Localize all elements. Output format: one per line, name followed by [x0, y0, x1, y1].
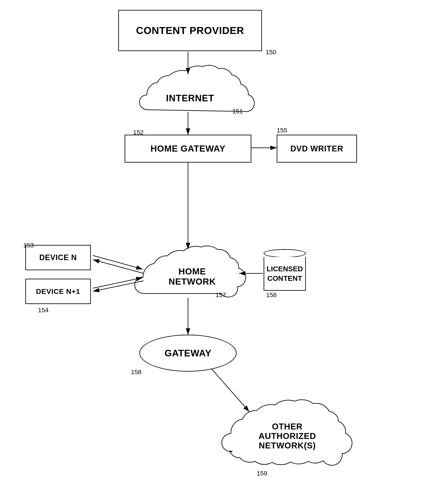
content-provider-label: 150: [266, 48, 276, 56]
svg-line-7: [93, 281, 144, 291]
other-authorized-label: 159: [257, 470, 267, 477]
device-n-label: 153: [23, 242, 34, 249]
home-gateway-box: HOME GATEWAY: [125, 135, 251, 163]
device-n1-label: 154: [38, 307, 48, 314]
diagram: CONTENT PROVIDER 150 INTERNET 151 HOME G…: [0, 0, 448, 501]
internet-node: INTERNET: [152, 82, 228, 114]
other-authorized-node: OTHER AUTHORIZED NETWORK(S): [224, 405, 351, 467]
licensed-content-cylinder: LICENSED CONTENT: [264, 249, 306, 291]
home-gateway-label: 152: [133, 129, 144, 136]
content-provider-box: CONTENT PROVIDER: [118, 10, 262, 51]
licensed-content-label: 156: [266, 291, 277, 298]
dvd-writer-label: 155: [277, 127, 287, 134]
cylinder-top: [264, 249, 306, 258]
internet-label: 151: [232, 108, 243, 115]
gateway-label: 158: [131, 368, 142, 376]
svg-line-8: [93, 255, 143, 269]
device-n-box: DEVICE N: [25, 245, 91, 270]
device-n1-box: DEVICE N+1: [25, 279, 91, 304]
home-network-label: 157: [215, 291, 226, 298]
dvd-writer-box: DVD WRITER: [277, 135, 357, 163]
svg-line-9: [93, 278, 143, 288]
gateway-oval: GATEWAY: [139, 335, 237, 372]
svg-line-6: [93, 260, 144, 273]
cylinder-body: LICENSED CONTENT: [264, 257, 306, 291]
